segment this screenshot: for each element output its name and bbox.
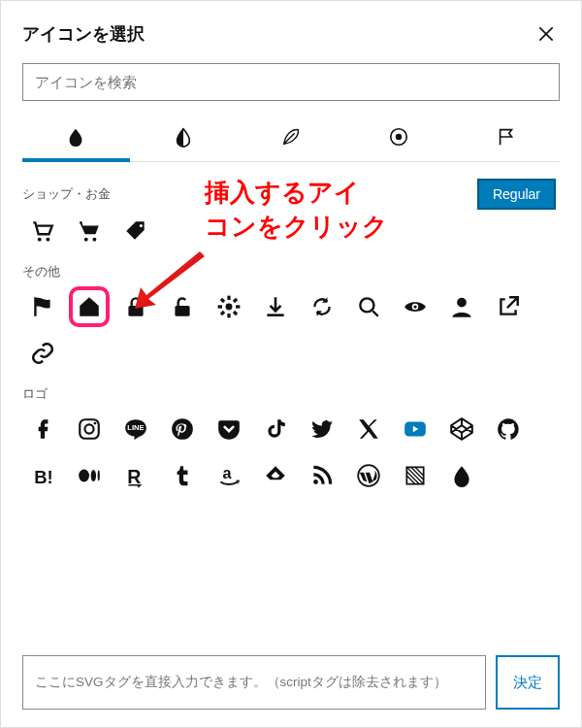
line-icon[interactable]: LINE xyxy=(115,409,156,449)
rakuten-icon[interactable]: R xyxy=(115,455,156,496)
rss-icon[interactable] xyxy=(302,455,342,496)
tab-half[interactable] xyxy=(130,116,238,161)
svg-point-30 xyxy=(91,470,96,481)
dialog-header: アイコンを選択 xyxy=(22,20,560,48)
tab-flag[interactable] xyxy=(452,116,560,161)
style-tabs xyxy=(22,116,560,162)
medium-icon[interactable] xyxy=(69,455,110,496)
svg-rect-16 xyxy=(220,298,225,303)
svg-rect-7 xyxy=(128,306,143,316)
svg-point-21 xyxy=(457,298,467,308)
svg-point-9 xyxy=(226,304,233,311)
weight-button[interactable]: Regular xyxy=(477,179,556,210)
tag-icon[interactable] xyxy=(115,211,156,251)
dialog-footer: ここにSVGタグを直接入力できます。（scriptタグは除去されます） 決定 xyxy=(22,655,560,710)
home-icon[interactable] xyxy=(69,286,110,327)
refresh-icon[interactable] xyxy=(302,286,342,327)
x-icon[interactable] xyxy=(348,409,389,449)
svg-point-31 xyxy=(98,471,100,481)
pinterest-icon[interactable] xyxy=(162,409,203,449)
stack-icon[interactable] xyxy=(395,455,436,496)
icon-grid-shop xyxy=(22,211,556,251)
swell-icon[interactable] xyxy=(441,455,482,496)
svg-point-34 xyxy=(313,480,318,484)
twitter-bird-icon[interactable] xyxy=(302,409,342,449)
svg-text:LINE: LINE xyxy=(127,423,144,432)
section-header-shop: ショップ・お金 Regular xyxy=(22,178,556,211)
icon-picker-dialog: アイコンを選択 ショップ・お金 Regular xyxy=(0,0,582,728)
svg-point-1 xyxy=(396,134,402,140)
dialog-title: アイコンを選択 xyxy=(22,22,145,46)
svg-point-24 xyxy=(94,422,97,425)
svg-point-18 xyxy=(360,298,373,312)
svg-point-23 xyxy=(84,424,93,433)
svg-rect-14 xyxy=(233,298,238,303)
confirm-button[interactable]: 決定 xyxy=(496,655,560,710)
svg-rect-8 xyxy=(175,306,189,316)
pocket-icon[interactable] xyxy=(209,409,249,449)
drop-half-icon xyxy=(173,126,194,148)
target-icon xyxy=(388,126,409,148)
flag-icon[interactable] xyxy=(22,286,63,327)
feedly-icon[interactable] xyxy=(255,455,296,496)
icon-grid-logo: LINE B! R a xyxy=(22,409,556,496)
section-label-logo: ロゴ xyxy=(22,385,556,403)
svg-point-5 xyxy=(92,238,96,242)
feather-icon xyxy=(280,126,302,148)
svg-text:B!: B! xyxy=(34,467,52,487)
cart-solid-icon[interactable] xyxy=(69,211,110,251)
svg-direct-input[interactable]: ここにSVGタグを直接入力できます。（scriptタグは除去されます） xyxy=(22,655,486,710)
instagram-icon[interactable] xyxy=(69,409,110,449)
svg-text:a: a xyxy=(223,464,233,481)
svg-point-4 xyxy=(84,238,88,242)
svg-point-26 xyxy=(172,418,193,440)
link-icon[interactable] xyxy=(22,333,63,374)
github-icon[interactable] xyxy=(488,409,529,449)
hatena-icon[interactable]: B! xyxy=(22,455,63,496)
icon-scroll-area[interactable]: ショップ・お金 Regular その他 ロゴ LINE xyxy=(22,174,560,644)
search-input[interactable] xyxy=(22,63,560,101)
svg-rect-13 xyxy=(236,305,240,308)
svg-rect-12 xyxy=(218,305,222,308)
svg-point-6 xyxy=(140,224,143,227)
tumblr-icon[interactable] xyxy=(162,455,203,496)
svg-rect-17 xyxy=(233,311,238,315)
codepen-icon[interactable] xyxy=(441,409,482,449)
amazon-icon[interactable]: a xyxy=(209,455,249,496)
icon-grid-other xyxy=(22,286,556,374)
wordpress-icon[interactable] xyxy=(348,455,389,496)
facebook-icon[interactable] xyxy=(22,409,63,449)
unlock-icon[interactable] xyxy=(162,286,203,327)
section-label-other: その他 xyxy=(22,263,556,281)
close-button[interactable] xyxy=(533,20,560,48)
section-label-shop: ショップ・お金 xyxy=(22,185,111,203)
svg-rect-15 xyxy=(220,311,225,315)
tab-outline[interactable] xyxy=(238,116,345,161)
gear-icon[interactable] xyxy=(209,286,249,327)
svg-rect-10 xyxy=(227,296,230,300)
youtube-icon[interactable] xyxy=(395,409,436,449)
eye-icon[interactable] xyxy=(395,286,436,327)
svg-point-29 xyxy=(79,470,89,482)
drop-solid-icon xyxy=(65,126,86,148)
flag-outline-icon xyxy=(496,126,517,148)
svg-rect-11 xyxy=(227,314,230,317)
external-link-icon[interactable] xyxy=(488,286,529,327)
download-icon[interactable] xyxy=(255,286,296,327)
svg-point-3 xyxy=(46,238,49,242)
tab-solid[interactable] xyxy=(22,116,130,161)
cart-icon[interactable] xyxy=(22,211,63,251)
svg-text:R: R xyxy=(127,466,141,487)
tiktok-icon[interactable] xyxy=(255,409,296,449)
close-icon xyxy=(536,24,556,44)
user-icon[interactable] xyxy=(441,286,482,327)
tab-target[interactable] xyxy=(344,116,452,161)
svg-point-20 xyxy=(413,305,416,308)
lock-icon[interactable] xyxy=(115,286,156,327)
svg-point-2 xyxy=(38,238,42,242)
search-icon[interactable] xyxy=(348,286,389,327)
